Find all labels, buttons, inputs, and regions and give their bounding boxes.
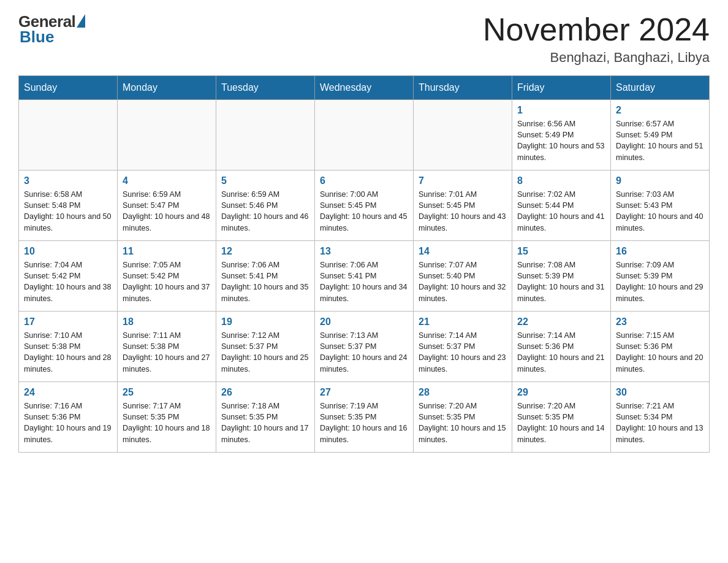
day-number: 30 xyxy=(616,387,704,398)
day-info: Sunrise: 7:04 AMSunset: 5:42 PMDaylight:… xyxy=(24,259,112,304)
calendar-cell xyxy=(118,100,216,170)
calendar-cell: 20Sunrise: 7:13 AMSunset: 5:37 PMDayligh… xyxy=(315,312,414,382)
calendar-cell: 12Sunrise: 7:06 AMSunset: 5:41 PMDayligh… xyxy=(216,241,315,312)
day-number: 3 xyxy=(24,175,112,186)
calendar-title-section: November 2024 Benghazi, Banghazi, Libya xyxy=(483,12,710,66)
calendar-cell: 9Sunrise: 7:03 AMSunset: 5:43 PMDaylight… xyxy=(611,170,710,241)
day-number: 18 xyxy=(123,316,211,327)
calendar-cell: 19Sunrise: 7:12 AMSunset: 5:37 PMDayligh… xyxy=(216,312,315,382)
day-number: 14 xyxy=(419,246,507,257)
week-row-1: 1Sunrise: 6:56 AMSunset: 5:49 PMDaylight… xyxy=(19,100,710,170)
day-info: Sunrise: 7:11 AMSunset: 5:38 PMDaylight:… xyxy=(123,330,211,375)
day-info: Sunrise: 6:57 AMSunset: 5:49 PMDaylight:… xyxy=(616,118,704,163)
day-info: Sunrise: 6:59 AMSunset: 5:47 PMDaylight:… xyxy=(123,189,211,234)
calendar-cell: 8Sunrise: 7:02 AMSunset: 5:44 PMDaylight… xyxy=(512,170,611,241)
calendar-cell: 18Sunrise: 7:11 AMSunset: 5:38 PMDayligh… xyxy=(118,312,216,382)
day-number: 7 xyxy=(419,175,507,186)
weekday-header-monday: Monday xyxy=(118,76,216,100)
logo-blue-text: Blue xyxy=(20,28,54,47)
day-info: Sunrise: 7:06 AMSunset: 5:41 PMDaylight:… xyxy=(320,259,408,304)
day-number: 10 xyxy=(24,246,112,257)
weekday-header-tuesday: Tuesday xyxy=(216,76,315,100)
day-number: 11 xyxy=(123,246,211,257)
calendar-cell: 6Sunrise: 7:00 AMSunset: 5:45 PMDaylight… xyxy=(315,170,414,241)
calendar-cell: 28Sunrise: 7:20 AMSunset: 5:35 PMDayligh… xyxy=(414,382,512,453)
logo-triangle-icon xyxy=(77,14,85,28)
day-info: Sunrise: 7:02 AMSunset: 5:44 PMDaylight:… xyxy=(517,189,605,234)
calendar-title: November 2024 xyxy=(483,12,710,47)
day-number: 8 xyxy=(517,175,605,186)
day-number: 22 xyxy=(517,316,605,327)
calendar-cell: 27Sunrise: 7:19 AMSunset: 5:35 PMDayligh… xyxy=(315,382,414,453)
calendar-cell: 30Sunrise: 7:21 AMSunset: 5:34 PMDayligh… xyxy=(611,382,710,453)
weekday-header-wednesday: Wednesday xyxy=(315,76,414,100)
day-number: 12 xyxy=(221,246,309,257)
day-info: Sunrise: 7:09 AMSunset: 5:39 PMDaylight:… xyxy=(616,259,704,304)
day-number: 25 xyxy=(123,387,211,398)
calendar-subtitle: Benghazi, Banghazi, Libya xyxy=(483,50,710,66)
day-number: 21 xyxy=(419,316,507,327)
calendar-cell: 22Sunrise: 7:14 AMSunset: 5:36 PMDayligh… xyxy=(512,312,611,382)
day-info: Sunrise: 7:14 AMSunset: 5:37 PMDaylight:… xyxy=(419,330,507,375)
calendar-cell: 7Sunrise: 7:01 AMSunset: 5:45 PMDaylight… xyxy=(414,170,512,241)
day-info: Sunrise: 7:20 AMSunset: 5:35 PMDaylight:… xyxy=(419,400,507,445)
week-row-4: 17Sunrise: 7:10 AMSunset: 5:38 PMDayligh… xyxy=(19,312,710,382)
day-info: Sunrise: 7:19 AMSunset: 5:35 PMDaylight:… xyxy=(320,400,408,445)
calendar-cell: 16Sunrise: 7:09 AMSunset: 5:39 PMDayligh… xyxy=(611,241,710,312)
day-info: Sunrise: 7:06 AMSunset: 5:41 PMDaylight:… xyxy=(221,259,309,304)
weekday-header-saturday: Saturday xyxy=(611,76,710,100)
calendar-cell: 21Sunrise: 7:14 AMSunset: 5:37 PMDayligh… xyxy=(414,312,512,382)
day-info: Sunrise: 6:59 AMSunset: 5:46 PMDaylight:… xyxy=(221,189,309,234)
weekday-header-thursday: Thursday xyxy=(414,76,512,100)
weekday-header-sunday: Sunday xyxy=(19,76,118,100)
logo: General Blue xyxy=(18,12,85,47)
day-info: Sunrise: 7:00 AMSunset: 5:45 PMDaylight:… xyxy=(320,189,408,234)
calendar-cell xyxy=(414,100,512,170)
day-info: Sunrise: 6:58 AMSunset: 5:48 PMDaylight:… xyxy=(24,189,112,234)
calendar-cell: 14Sunrise: 7:07 AMSunset: 5:40 PMDayligh… xyxy=(414,241,512,312)
day-number: 27 xyxy=(320,387,408,398)
week-row-5: 24Sunrise: 7:16 AMSunset: 5:36 PMDayligh… xyxy=(19,382,710,453)
calendar-cell: 1Sunrise: 6:56 AMSunset: 5:49 PMDaylight… xyxy=(512,100,611,170)
day-info: Sunrise: 7:15 AMSunset: 5:36 PMDaylight:… xyxy=(616,330,704,375)
calendar-cell: 24Sunrise: 7:16 AMSunset: 5:36 PMDayligh… xyxy=(19,382,118,453)
calendar-header-row: SundayMondayTuesdayWednesdayThursdayFrid… xyxy=(19,76,710,100)
calendar-cell: 2Sunrise: 6:57 AMSunset: 5:49 PMDaylight… xyxy=(611,100,710,170)
calendar-cell: 26Sunrise: 7:18 AMSunset: 5:35 PMDayligh… xyxy=(216,382,315,453)
day-info: Sunrise: 7:10 AMSunset: 5:38 PMDaylight:… xyxy=(24,330,112,375)
calendar-cell: 4Sunrise: 6:59 AMSunset: 5:47 PMDaylight… xyxy=(118,170,216,241)
calendar-cell xyxy=(216,100,315,170)
day-number: 28 xyxy=(419,387,507,398)
calendar-cell xyxy=(19,100,118,170)
page-header: General Blue November 2024 Benghazi, Ban… xyxy=(18,12,710,66)
week-row-2: 3Sunrise: 6:58 AMSunset: 5:48 PMDaylight… xyxy=(19,170,710,241)
day-info: Sunrise: 7:16 AMSunset: 5:36 PMDaylight:… xyxy=(24,400,112,445)
day-number: 15 xyxy=(517,246,605,257)
calendar-cell: 5Sunrise: 6:59 AMSunset: 5:46 PMDaylight… xyxy=(216,170,315,241)
day-number: 19 xyxy=(221,316,309,327)
calendar-cell: 3Sunrise: 6:58 AMSunset: 5:48 PMDaylight… xyxy=(19,170,118,241)
calendar-cell: 23Sunrise: 7:15 AMSunset: 5:36 PMDayligh… xyxy=(611,312,710,382)
calendar-cell: 15Sunrise: 7:08 AMSunset: 5:39 PMDayligh… xyxy=(512,241,611,312)
day-number: 29 xyxy=(517,387,605,398)
calendar-cell: 13Sunrise: 7:06 AMSunset: 5:41 PMDayligh… xyxy=(315,241,414,312)
day-info: Sunrise: 7:08 AMSunset: 5:39 PMDaylight:… xyxy=(517,259,605,304)
day-number: 17 xyxy=(24,316,112,327)
day-number: 4 xyxy=(123,175,211,186)
calendar-cell: 10Sunrise: 7:04 AMSunset: 5:42 PMDayligh… xyxy=(19,241,118,312)
week-row-3: 10Sunrise: 7:04 AMSunset: 5:42 PMDayligh… xyxy=(19,241,710,312)
calendar-cell: 11Sunrise: 7:05 AMSunset: 5:42 PMDayligh… xyxy=(118,241,216,312)
day-info: Sunrise: 6:56 AMSunset: 5:49 PMDaylight:… xyxy=(517,118,605,163)
day-info: Sunrise: 7:17 AMSunset: 5:35 PMDaylight:… xyxy=(123,400,211,445)
day-number: 20 xyxy=(320,316,408,327)
day-info: Sunrise: 7:18 AMSunset: 5:35 PMDaylight:… xyxy=(221,400,309,445)
day-number: 13 xyxy=(320,246,408,257)
calendar-cell: 25Sunrise: 7:17 AMSunset: 5:35 PMDayligh… xyxy=(118,382,216,453)
day-info: Sunrise: 7:20 AMSunset: 5:35 PMDaylight:… xyxy=(517,400,605,445)
day-info: Sunrise: 7:07 AMSunset: 5:40 PMDaylight:… xyxy=(419,259,507,304)
calendar-cell xyxy=(315,100,414,170)
weekday-header-friday: Friday xyxy=(512,76,611,100)
day-info: Sunrise: 7:05 AMSunset: 5:42 PMDaylight:… xyxy=(123,259,211,304)
calendar-table: SundayMondayTuesdayWednesdayThursdayFrid… xyxy=(18,75,710,453)
calendar-cell: 29Sunrise: 7:20 AMSunset: 5:35 PMDayligh… xyxy=(512,382,611,453)
